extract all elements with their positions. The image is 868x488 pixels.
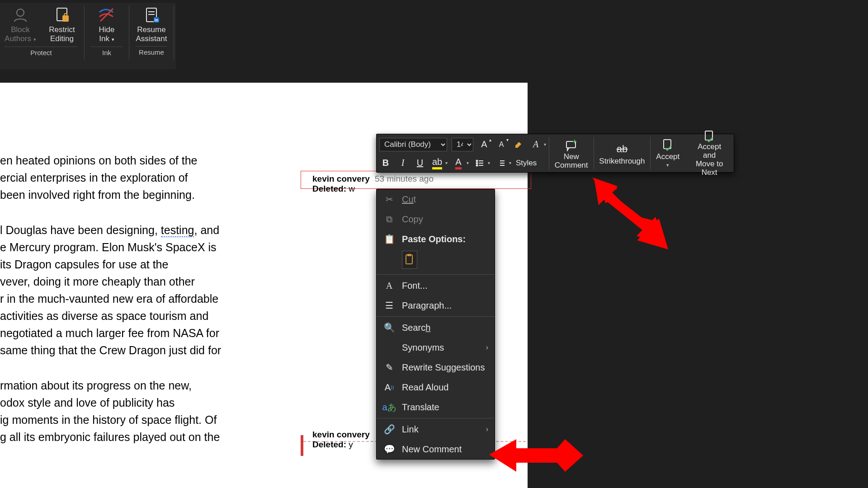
text-line: its Dragon capsules for use at the: [0, 258, 168, 271]
ribbon-separator: [84, 5, 85, 60]
font-family-select[interactable]: Calibri (Body): [379, 138, 447, 151]
ctx-search-label: Search: [402, 323, 430, 333]
ctx-link[interactable]: 🔗 Link ›: [377, 419, 495, 439]
clear-formatting-button[interactable]: A: [529, 138, 542, 151]
svg-marker-27: [594, 179, 618, 202]
shrink-font-button[interactable]: A▾: [495, 138, 508, 151]
balloon-author: kevin convery: [312, 174, 370, 183]
hide-ink-label-1: Hide: [99, 25, 115, 34]
copy-icon: ⧉: [384, 214, 395, 225]
bullets-button[interactable]: [473, 157, 486, 169]
restrict-editing-label-1: Restrict: [49, 25, 75, 34]
italic-button[interactable]: I: [396, 157, 409, 169]
spellcheck-word[interactable]: testing: [161, 224, 194, 237]
ctx-link-label: Link: [402, 424, 419, 435]
ctx-paragraph[interactable]: ☰ Paragraph...: [377, 296, 495, 315]
ctx-synonyms[interactable]: Synonyms ›: [377, 338, 495, 357]
synonyms-icon: [384, 342, 395, 353]
resume-assistant-icon: in: [142, 5, 161, 24]
context-menu: ✂ Cut ⧉ Copy 📋 Paste Options: A Font... …: [376, 189, 495, 460]
svg-point-14: [476, 164, 478, 166]
text-line: r in the much-vaunted new era of afforda…: [0, 292, 218, 305]
block-authors-icon: [11, 5, 30, 24]
text-line: rmation about its progress on the new,: [0, 379, 192, 392]
ribbon-group-label-ink: Ink: [91, 47, 123, 56]
ribbon-group-label-resume: Resume: [136, 46, 167, 56]
new-comment-button[interactable]: New Comment: [549, 134, 594, 172]
highlight-button[interactable]: ab: [431, 157, 443, 169]
ctx-cut[interactable]: ✂ Cut: [377, 189, 495, 209]
new-comment-label-2: Comment: [555, 161, 588, 169]
paste-keep-source-button[interactable]: [402, 251, 417, 269]
resume-assistant-label-1: Resume: [137, 25, 165, 34]
block-authors-button[interactable]: Block Authors ▾: [5, 5, 36, 44]
restrict-editing-button[interactable]: Restrict Editing: [46, 5, 78, 44]
restrict-editing-icon: [52, 5, 71, 24]
cut-icon: ✂: [384, 194, 395, 205]
accept-next-icon: [703, 130, 716, 142]
format-painter-button[interactable]: [512, 138, 525, 151]
ctx-search[interactable]: 🔍 Search: [377, 318, 495, 338]
font-color-button[interactable]: A: [452, 157, 465, 169]
ctx-paste-option-row: [377, 249, 495, 273]
ctx-separator: [377, 316, 495, 317]
ctx-rewrite-label: Rewrite Suggestions: [402, 362, 485, 373]
paste-icon: 📋: [384, 234, 395, 244]
text-line: e Mercury program. Elon Musk's SpaceX is: [0, 241, 217, 253]
ctx-paragraph-label: Paragraph...: [402, 300, 452, 311]
resume-assistant-button[interactable]: in Resume Assistant: [136, 5, 167, 43]
strikethrough-button[interactable]: ab Strikethrough: [594, 134, 650, 172]
text-line: ig moments in the history of space fligh…: [0, 413, 217, 426]
search-icon: 🔍: [384, 322, 395, 333]
ctx-synonyms-label: Synonyms: [402, 343, 444, 353]
numbering-button[interactable]: [495, 157, 507, 169]
text-line: same thing that the Crew Dragon just did…: [0, 344, 221, 357]
dropdown-caret-icon[interactable]: ▾: [666, 161, 669, 169]
ribbon-separator: [129, 5, 129, 60]
accept-move-next-button[interactable]: Accept and Move to Next: [685, 134, 734, 172]
bold-button[interactable]: B: [379, 157, 392, 169]
ribbon: Block Authors ▾ Restrict Editing Protect…: [0, 3, 176, 70]
new-comment-label-1: New: [564, 152, 579, 161]
chevron-right-icon: ›: [486, 343, 488, 352]
svg-rect-25: [407, 254, 411, 256]
ctx-paste-options: 📋 Paste Options:: [377, 229, 495, 249]
dropdown-caret-icon[interactable]: ▾: [544, 142, 546, 147]
ctx-read-aloud-label: Read Aloud: [402, 382, 448, 393]
document-body[interactable]: en heated opinions on both sides of the …: [0, 152, 304, 464]
dropdown-caret-icon[interactable]: ▾: [445, 160, 448, 165]
dropdown-caret-icon[interactable]: ▾: [488, 160, 490, 165]
strikethrough-label: Strikethrough: [599, 157, 645, 165]
text-line: ercial enterprises in the exploration of: [0, 171, 188, 184]
hide-ink-button[interactable]: Hide Ink ▾: [91, 5, 123, 44]
ctx-new-comment-label: New Comment: [402, 444, 462, 455]
tracked-change-bar: [301, 435, 303, 456]
ctx-new-comment[interactable]: 💬 New Comment: [377, 439, 495, 459]
read-aloud-icon: A)): [384, 382, 395, 393]
dropdown-caret-icon[interactable]: ▾: [467, 160, 469, 165]
accept-icon: [661, 137, 674, 152]
block-authors-label-1: Block: [11, 25, 30, 34]
ribbon-separator: [174, 5, 174, 60]
ctx-copy[interactable]: ⧉ Copy: [377, 209, 495, 229]
dropdown-caret-icon[interactable]: ▾: [509, 160, 511, 165]
ctx-font[interactable]: A Font...: [377, 276, 495, 296]
text-line: en heated opinions on both sides of the: [0, 154, 197, 167]
resume-assistant-label-2: Assistant: [136, 34, 167, 43]
accept-label: Accept: [656, 152, 679, 161]
font-size-select[interactable]: 14: [452, 138, 473, 151]
underline-button[interactable]: U: [414, 157, 426, 169]
ctx-translate[interactable]: aあ Translate: [377, 397, 495, 417]
chevron-right-icon: ›: [486, 425, 488, 433]
styles-button[interactable]: Styles: [516, 157, 537, 169]
accept-button[interactable]: Accept ▾: [651, 134, 685, 172]
balloon-label: Deleted:: [312, 440, 346, 449]
svg-marker-28: [594, 179, 667, 249]
grow-font-button[interactable]: A▴: [478, 138, 491, 151]
text-line: l Douglas have been designing,: [0, 224, 161, 236]
balloon-label: Deleted:: [312, 184, 346, 193]
ctx-read-aloud[interactable]: A)) Read Aloud: [377, 377, 495, 397]
font-icon: A: [384, 280, 395, 291]
revision-balloon[interactable]: kevin convery Deleted: y: [312, 430, 370, 450]
ctx-rewrite[interactable]: ✎ Rewrite Suggestions: [377, 357, 495, 377]
